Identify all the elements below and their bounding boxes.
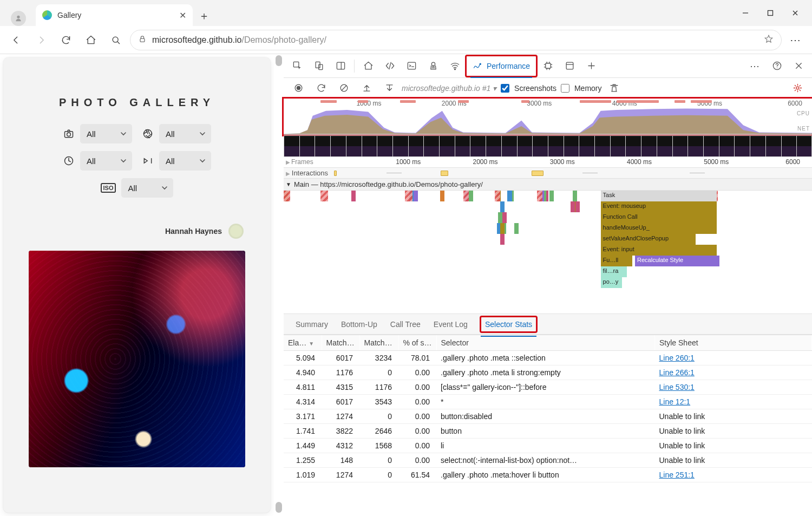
cpu-overview[interactable]: 1000 ms2000 ms3000 ms4000 ms5000 ms6000 …	[284, 99, 812, 135]
details-tab-summary[interactable]: Summary	[296, 320, 328, 329]
screenshot-thumb[interactable]	[377, 135, 392, 157]
inspect-element-icon[interactable]	[287, 56, 307, 76]
browser-more-menu[interactable]: ⋯	[785, 29, 807, 51]
screenshot-thumb[interactable]	[781, 135, 797, 157]
screenshot-thumb[interactable]	[610, 135, 626, 157]
screenshot-thumb[interactable]	[517, 135, 533, 157]
page-scrollbar[interactable]	[274, 54, 284, 516]
table-row[interactable]: 4.940117600.00.gallery .photo .meta li s…	[284, 365, 812, 380]
table-row[interactable]: 1.0191274061.54.gallery .photo .meta:hov…	[284, 468, 812, 482]
flame-entry[interactable]: Function Call	[601, 212, 717, 223]
devtools-more-icon[interactable]: ⋯	[745, 56, 765, 76]
screenshot-thumb[interactable]	[703, 135, 719, 157]
nav-refresh[interactable]	[55, 29, 77, 51]
application-tab-icon[interactable]	[559, 56, 580, 76]
device-emulation-icon[interactable]	[309, 56, 329, 76]
flame-entry[interactable]: handleMouseUp_	[601, 223, 717, 234]
screenshot-thumb[interactable]	[687, 135, 703, 157]
main-thread-header[interactable]: ▼Main — https://microsoftedge.github.io/…	[284, 179, 812, 191]
screenshot-thumb[interactable]	[719, 135, 735, 157]
console-tab-icon[interactable]	[401, 56, 422, 76]
screenshot-thumb[interactable]	[486, 135, 501, 157]
flame-entry[interactable]: Recalculate Style	[635, 256, 719, 266]
capture-settings-icon[interactable]	[787, 78, 808, 99]
flame-chart[interactable]: TaskEvent: mouseupFunction CallhandleMou…	[284, 191, 812, 314]
toolbar-search[interactable]	[105, 29, 127, 51]
filter-camera[interactable]: All	[80, 124, 132, 143]
screenshot-thumb[interactable]	[470, 135, 486, 157]
window-minimize[interactable]	[733, 4, 758, 22]
save-profile-button[interactable]	[379, 78, 400, 99]
flame-entry[interactable]: Event: input	[601, 245, 717, 256]
flame-entry[interactable]: fil…ra	[601, 266, 627, 277]
screenshot-strip[interactable]	[284, 135, 812, 157]
table-row[interactable]: 1.741382226460.00buttonUnable to link	[284, 424, 812, 439]
stylesheet-link[interactable]: Line 251:1	[659, 471, 695, 479]
table-row[interactable]: 1.25514800.00select:not(:-internal-list-…	[284, 453, 812, 468]
filter-exposure[interactable]: All	[80, 151, 132, 171]
gallery-photo[interactable]	[29, 251, 245, 467]
screenshot-thumb[interactable]	[315, 135, 330, 157]
screenshot-thumb[interactable]	[657, 135, 672, 157]
column-header[interactable]: Match …	[359, 335, 398, 351]
filter-aperture[interactable]: All	[159, 124, 211, 143]
dock-side-icon[interactable]	[330, 56, 351, 76]
screenshot-thumb[interactable]	[548, 135, 564, 157]
screenshots-checkbox[interactable]: Screenshots	[499, 82, 556, 94]
screenshot-thumb[interactable]	[455, 135, 470, 157]
performance-tab[interactable]: Performance	[466, 56, 536, 76]
close-tab-icon[interactable]: ✕	[179, 10, 186, 21]
recording-dropdown[interactable]: microsoftedge.github.io #1 ▾	[402, 84, 496, 93]
address-bar[interactable]: microsoftedge.github.io/Demos/photo-gall…	[130, 30, 782, 50]
details-tab-selector-stats[interactable]: Selector Stats	[481, 317, 536, 332]
nav-back[interactable]	[5, 29, 27, 51]
memory-tab-icon[interactable]	[538, 56, 558, 76]
screenshot-thumb[interactable]	[532, 135, 548, 157]
flame-entry[interactable]: Event: mouseup	[601, 201, 717, 212]
screenshot-thumb[interactable]	[765, 135, 781, 157]
interactions-track[interactable]: ▶ Interactions	[284, 168, 812, 179]
table-row[interactable]: 5.0946017323478.01.gallery .photo .meta …	[284, 351, 812, 365]
flame-entry[interactable]: setValueAndClosePopup	[601, 234, 696, 245]
screenshot-thumb[interactable]	[346, 135, 362, 157]
screenshot-thumb[interactable]	[423, 135, 439, 157]
reload-record-button[interactable]	[311, 78, 331, 99]
devtools-help-icon[interactable]	[767, 56, 787, 76]
devtools-close-icon[interactable]	[788, 56, 809, 76]
details-tab-bottom-up[interactable]: Bottom-Up	[341, 320, 377, 329]
sources-tab-icon[interactable]	[423, 56, 443, 76]
nav-home[interactable]	[80, 29, 102, 51]
stylesheet-link[interactable]: Line 260:1	[659, 354, 695, 362]
screenshot-thumb[interactable]	[408, 135, 424, 157]
screenshot-thumb[interactable]	[392, 135, 408, 157]
selector-stats-table[interactable]: Ela…▼Match …Match …% of sl…SelectorStyle…	[284, 335, 812, 516]
new-tab-button[interactable]: ＋	[195, 6, 213, 25]
author-avatar[interactable]	[228, 224, 244, 239]
window-maximize[interactable]	[758, 4, 783, 22]
column-header[interactable]: Selector	[436, 335, 655, 351]
table-row[interactable]: 3.171127400.00button:disabledUnable to l…	[284, 409, 812, 424]
column-header[interactable]: Style Sheet	[655, 335, 812, 351]
column-header[interactable]: Match …	[322, 335, 359, 351]
flame-entry[interactable]: po…y	[601, 277, 622, 288]
clear-button[interactable]	[333, 78, 354, 99]
memory-checkbox[interactable]: Memory	[559, 82, 602, 94]
more-tabs-icon[interactable]	[581, 56, 601, 76]
details-tab-event-log[interactable]: Event Log	[434, 320, 468, 329]
elements-tab-icon[interactable]	[379, 56, 400, 76]
table-row[interactable]: 4.811431511760.00[class*=" gallery-icon-…	[284, 380, 812, 395]
screenshot-thumb[interactable]	[734, 135, 750, 157]
welcome-tab-icon[interactable]	[358, 56, 378, 76]
screenshot-thumb[interactable]	[439, 135, 455, 157]
site-info-lock-icon[interactable]	[138, 35, 147, 45]
screenshot-thumb[interactable]	[330, 135, 346, 157]
table-row[interactable]: 4.314601735430.00*Line 12:1	[284, 395, 812, 409]
network-tab-icon[interactable]	[444, 56, 465, 76]
screenshot-thumb[interactable]	[299, 135, 315, 157]
frames-track[interactable]: ▶Frames 1000 ms2000 ms3000 ms4000 ms5000…	[284, 157, 812, 168]
record-button[interactable]	[288, 78, 309, 99]
stylesheet-link[interactable]: Line 12:1	[659, 397, 691, 406]
stylesheet-link[interactable]: Line 530:1	[659, 383, 695, 391]
column-header[interactable]: Ela…▼	[284, 335, 322, 351]
profile-avatar[interactable]	[11, 11, 26, 26]
